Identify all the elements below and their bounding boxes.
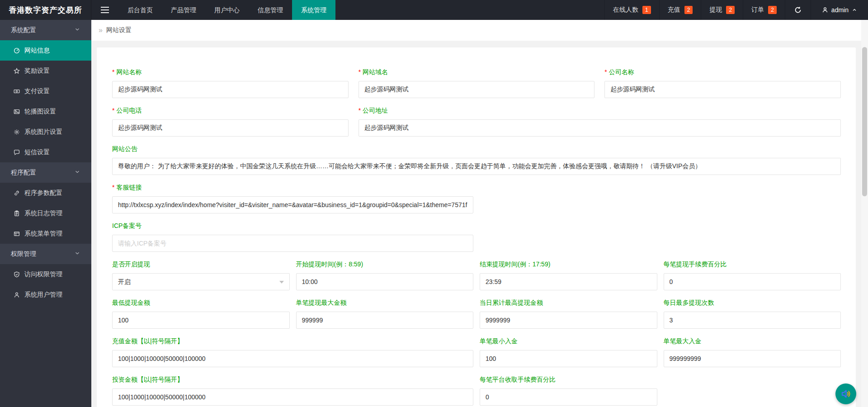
max-single-deposit-input[interactable]: [664, 350, 841, 367]
site-domain-input[interactable]: [359, 81, 595, 98]
label-text: 每笔平台收取手续费百分比: [480, 376, 556, 383]
form-field-company-phone: *公司电话: [112, 107, 349, 137]
form-field-daily-max-withdraw-amount: 当日累计最高提现金额: [480, 299, 657, 329]
sidebar-item-label: 程序参数配置: [24, 189, 62, 197]
min-withdraw-amount-input[interactable]: [112, 312, 290, 329]
nav-tab-system[interactable]: 系统管理: [292, 0, 335, 20]
clipboard-icon: [14, 210, 20, 217]
company-name-input[interactable]: [604, 81, 841, 98]
vertical-scrollbar[interactable]: [861, 20, 868, 407]
chevron-down-icon: [74, 26, 80, 34]
person-icon: [14, 292, 20, 298]
user-icon: [822, 7, 828, 13]
nav-stat-recharge[interactable]: 充值 2: [659, 0, 701, 20]
required-asterisk: *: [112, 184, 114, 191]
sidebar-section-program-config[interactable]: 程序配置: [0, 162, 91, 183]
field-label: 每笔平台收取手续费百分比: [480, 376, 657, 385]
min-single-deposit-input[interactable]: [480, 350, 657, 367]
settings-form-card: *网站名称*网站域名*公司名称*公司电话*公司地址网站公告*客服链接ICP备案号…: [97, 47, 856, 407]
refresh-icon[interactable]: [785, 0, 811, 20]
star-icon: [14, 68, 20, 74]
sidebar-item-image-setting[interactable]: 系统图片设置: [0, 122, 91, 142]
stat-count-badge: 2: [768, 6, 777, 14]
withdraw-end-time-input[interactable]: [480, 273, 657, 290]
daily-max-withdraw-amount-input[interactable]: [480, 312, 657, 329]
sidebar-item-program-params[interactable]: 程序参数配置: [0, 183, 91, 203]
label-text: 结束提现时间(例：17:59): [480, 260, 550, 268]
label-text: 单笔最大入金: [664, 337, 702, 345]
nav-tab-users[interactable]: 用户中心: [205, 0, 249, 20]
form-row: 网站公告: [112, 145, 841, 175]
form-field-platform-fee-percent: 每笔平台收取手续费百分比: [480, 376, 657, 406]
form-field-withdraw-start-time: 开始提现时间(例：8:59): [296, 260, 474, 290]
max-single-withdraw-input[interactable]: [296, 312, 474, 329]
field-label: *客服链接: [112, 184, 473, 193]
sidebar-item-banner-setting[interactable]: 轮播图设置: [0, 101, 91, 122]
sidebar-item-system-menus[interactable]: 系统菜单管理: [0, 223, 91, 244]
nav-tab-info[interactable]: 信息管理: [249, 0, 292, 20]
comment-icon: [14, 149, 20, 156]
form-field-withdraw-end-time: 结束提现时间(例：17:59): [480, 260, 657, 290]
recharge-amounts-input[interactable]: [112, 350, 473, 367]
sidebar-section-system-config[interactable]: 系统配置: [0, 20, 91, 40]
label-text: 单笔提现最大金额: [296, 299, 347, 306]
nav-stat-withdraw[interactable]: 提现 2: [701, 0, 743, 20]
withdraw-start-time-input[interactable]: [296, 273, 474, 290]
top-navbar: 香港数字资产交易所 后台首页产品管理用户中心信息管理系统管理 在线人数 1充值 …: [0, 0, 868, 20]
company-phone-input[interactable]: [112, 119, 349, 137]
sidebar-item-site-info[interactable]: 网站信息: [0, 40, 91, 61]
site-announcement-input[interactable]: [112, 158, 841, 175]
field-label: 单笔最小入金: [480, 337, 657, 346]
nav-tab-home[interactable]: 后台首页: [118, 0, 162, 20]
form-field-site-announcement: 网站公告: [112, 145, 841, 175]
form-field-max-single-withdraw: 单笔提现最大金额: [296, 299, 474, 329]
sidebar-item-sms-setting[interactable]: 短信设置: [0, 142, 91, 162]
sidebar-item-pay-setting[interactable]: 支付设置: [0, 81, 91, 101]
hamburger-menu-icon[interactable]: [91, 0, 118, 20]
label-text: 公司电话: [116, 107, 142, 114]
main-content: » 网站设置 *网站名称*网站域名*公司名称*公司电话*公司地址网站公告*客服链…: [91, 20, 868, 407]
form-field-min-single-deposit: 单笔最小入金: [480, 337, 657, 367]
field-label: *网站名称: [112, 68, 349, 77]
site-name-input[interactable]: [112, 81, 349, 98]
required-asterisk: *: [112, 68, 114, 76]
scrollbar-thumb[interactable]: [862, 47, 867, 196]
invest-amounts-input[interactable]: [112, 388, 473, 406]
field-label: 是否开启提现: [112, 260, 290, 270]
withdraw-enabled-select[interactable]: 开启: [112, 273, 290, 290]
layout-icon: [14, 231, 20, 237]
sidebar-item-system-logs[interactable]: 系统日志管理: [0, 203, 91, 223]
stat-label: 充值: [668, 6, 680, 14]
sidebar-section-permission-mgmt[interactable]: 权限管理: [0, 244, 91, 264]
announcement-fab-button[interactable]: [835, 383, 856, 404]
nav-stat-orders[interactable]: 订单 2: [743, 0, 785, 20]
withdraw-fee-percent-input[interactable]: [664, 273, 841, 290]
nav-stats: 在线人数 1充值 2提现 2订单 2: [604, 0, 785, 20]
label-text: 网站公告: [112, 145, 137, 152]
platform-fee-percent-input[interactable]: [480, 388, 657, 406]
company-address-input[interactable]: [359, 119, 841, 137]
breadcrumb: » 网站设置: [91, 20, 868, 41]
sidebar-item-system-users[interactable]: 系统用户管理: [0, 284, 91, 305]
nav-tabs: 后台首页产品管理用户中心信息管理系统管理: [118, 0, 335, 20]
sidebar-item-access-perms[interactable]: 访问权限管理: [0, 264, 91, 284]
service-link-input[interactable]: [112, 196, 473, 213]
label-text: 当日累计最高提现金额: [480, 299, 543, 306]
form-field-min-withdraw-amount: 最低提现金额: [112, 299, 290, 329]
field-label: *网站域名: [359, 68, 595, 77]
required-asterisk: *: [604, 68, 607, 76]
label-text: 公司地址: [363, 107, 388, 114]
nav-tab-products[interactable]: 产品管理: [162, 0, 205, 20]
field-label: 每日最多提现次数: [664, 299, 841, 308]
gauge-icon: [14, 47, 20, 54]
icp-number-input[interactable]: [112, 235, 473, 252]
daily-max-withdraw-count-input[interactable]: [664, 312, 841, 329]
form-field-site-name: *网站名称: [112, 68, 349, 98]
label-text: 每笔提现手续费百分比: [664, 260, 727, 268]
form-field-service-link: *客服链接: [112, 184, 473, 213]
admin-menu[interactable]: admin: [811, 0, 868, 20]
field-label: 最低提现金额: [112, 299, 290, 308]
form-field-invest-amounts: 投资金额【以|符号隔开】: [112, 376, 473, 406]
sidebar-item-reward-setting[interactable]: 奖励设置: [0, 61, 91, 81]
nav-stat-online-count[interactable]: 在线人数 1: [604, 0, 659, 20]
